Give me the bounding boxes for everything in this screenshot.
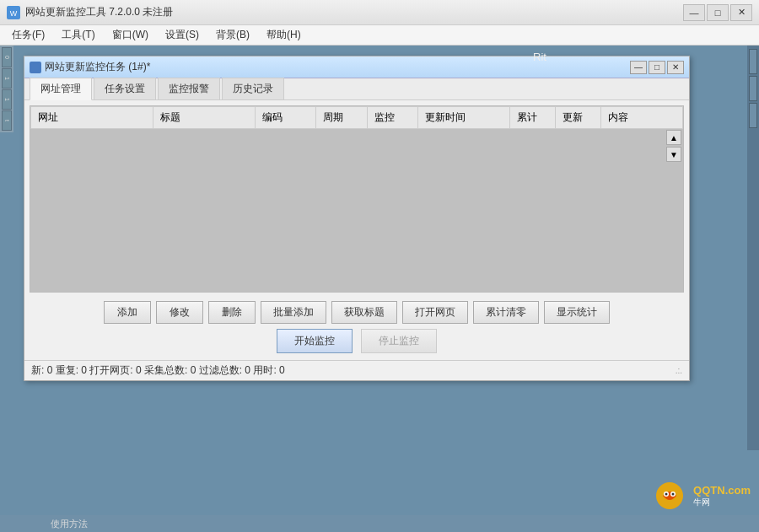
window-controls: — □ ✕ [683,4,752,21]
right-side-panel [747,46,759,450]
table-area: 网址 标题 编码 周期 监控 更新时间 累计 更新 内容 [30,105,684,293]
title-bar: W 网站更新监控工具 7.2.0.0 未注册 — □ ✕ [0,0,759,25]
col-url: 网址 [31,107,153,129]
fetch-title-button[interactable]: 获取标题 [331,301,397,324]
tab-site-mgmt[interactable]: 网址管理 [30,78,92,100]
modify-button[interactable]: 修改 [156,301,203,324]
status-bar: 新: 0 重复: 0 打开网页: 0 采集总数: 0 过滤总数: 0 用时: 0… [24,360,689,380]
scroll-buttons: ▲ ▼ [665,128,683,164]
menu-settings[interactable]: 设置(S) [157,26,207,44]
inner-minimize-button[interactable]: — [630,61,647,74]
app-icon: W [7,6,20,19]
delete-button[interactable]: 删除 [208,301,256,324]
right-btn-3[interactable] [749,103,757,128]
right-btn-1[interactable] [749,49,757,74]
col-update: 更新 [556,107,601,129]
watermark-area: QQTN.com 牛网 [649,481,751,511]
menu-background[interactable]: 背景(B) [207,26,258,44]
maximize-button[interactable]: □ [707,4,729,21]
main-area: 0 1 1 t 网站更新监控任务 (1#)* — □ ✕ 网址管 [0,46,759,532]
rit-label: Rit [533,51,557,63]
col-update-time: 更新时间 [417,107,509,129]
status-right: .:. [676,366,682,375]
col-total: 累计 [509,107,555,129]
inner-window-controls: — □ ✕ [630,61,684,74]
col-code: 编码 [255,107,315,129]
tab-history[interactable]: 历史记录 [222,78,284,99]
close-button[interactable]: ✕ [730,4,752,21]
col-period: 周期 [316,107,367,129]
status-text: 新: 0 重复: 0 打开网页: 0 采集总数: 0 过滤总数: 0 用时: 0 [31,363,285,378]
scroll-down-button[interactable]: ▼ [666,147,681,162]
svg-text:W: W [10,9,18,18]
inner-window: 网站更新监控任务 (1#)* — □ ✕ 网址管理 任务设置 监控报警 历史记录… [24,56,690,381]
show-stats-button[interactable]: 显示统计 [544,301,610,324]
qqtn-logo-icon [649,481,690,511]
col-title: 标题 [153,107,255,129]
left-btn-3[interactable]: 1 [2,89,12,110]
inner-close-button[interactable]: ✕ [667,61,684,74]
menu-tools[interactable]: 工具(T) [53,26,103,44]
bottom-hint: 使用方法 [0,515,759,532]
left-btn-4[interactable]: t [2,110,12,131]
monitor-buttons-row: 开始监控 停止监控 [24,329,689,353]
menu-bar: 任务(F) 工具(T) 窗口(W) 设置(S) 背景(B) 帮助(H) [0,25,759,46]
qqtn-text: QQTN.com [693,484,751,497]
maoniu-text: 牛网 [693,497,710,508]
svg-point-2 [31,63,40,72]
left-btn-2[interactable]: 1 [2,68,12,89]
open-page-button[interactable]: 打开网页 [402,301,468,324]
scroll-up-button[interactable]: ▲ [666,130,681,145]
inner-title-bar: 网站更新监控任务 (1#)* — □ ✕ [24,56,689,78]
title-bar-left: W 网站更新监控工具 7.2.0.0 未注册 [7,5,173,19]
minimize-button[interactable]: — [683,4,705,21]
inner-maximize-button[interactable]: □ [649,61,665,74]
tab-task-settings[interactable]: 任务设置 [94,78,156,99]
data-table: 网址 标题 编码 周期 监控 更新时间 累计 更新 内容 [30,106,683,129]
inner-tabs: 网址管理 任务设置 监控报警 历史记录 [24,78,689,100]
col-content: 内容 [601,107,683,129]
left-btn-1[interactable]: 0 [2,47,12,67]
svg-point-7 [672,493,675,496]
inner-window-title: 网站更新监控任务 (1#)* [45,60,150,74]
right-btn-2[interactable] [749,76,757,101]
inner-title-left: 网站更新监控任务 (1#)* [30,60,150,74]
add-button[interactable]: 添加 [104,301,151,324]
menu-task[interactable]: 任务(F) [3,26,53,44]
stop-monitor-button[interactable]: 停止监控 [361,329,437,353]
menu-window[interactable]: 窗口(W) [104,26,157,44]
left-side-panel: 0 1 1 t [0,46,13,132]
menu-help[interactable]: 帮助(H) [258,26,310,44]
action-buttons-row: 添加 修改 删除 批量添加 获取标题 打开网页 累计清零 显示统计 [24,301,689,324]
app-title: 网站更新监控工具 7.2.0.0 未注册 [25,5,173,19]
svg-point-6 [665,493,668,496]
bottom-hint-text: 使用方法 [51,518,88,530]
start-monitor-button[interactable]: 开始监控 [277,329,353,353]
inner-app-icon [30,62,41,73]
batch-add-button[interactable]: 批量添加 [261,301,326,324]
clear-total-button[interactable]: 累计清零 [473,301,539,324]
tab-monitor-alert[interactable]: 监控报警 [158,78,220,99]
col-monitor: 监控 [367,107,417,129]
